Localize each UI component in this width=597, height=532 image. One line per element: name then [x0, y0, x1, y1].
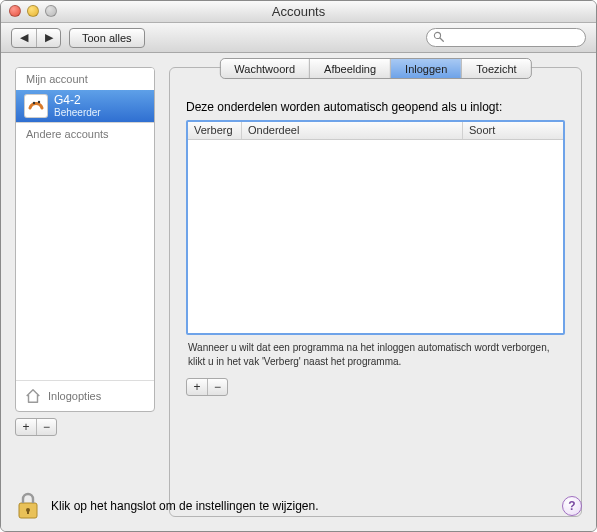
account-name: G4-2	[54, 94, 101, 107]
svg-rect-2	[26, 96, 46, 116]
col-hide[interactable]: Verberg	[188, 122, 242, 139]
table-body[interactable]	[188, 140, 563, 333]
account-avatar	[24, 94, 48, 118]
svg-line-1	[440, 38, 443, 41]
lock-icon[interactable]	[15, 491, 41, 521]
window-controls	[9, 5, 57, 17]
content-area: Mijn account G4-2 Beheerder Andere accou…	[1, 53, 596, 531]
remove-account-button[interactable]: −	[36, 419, 56, 435]
minimize-icon[interactable]	[27, 5, 39, 17]
search-input[interactable]	[448, 32, 579, 44]
login-items-hint: Wanneer u wilt dat een programma na het …	[188, 341, 563, 368]
account-text: G4-2 Beheerder	[54, 94, 101, 118]
back-button[interactable]: ◀	[12, 29, 36, 47]
footer: Klik op het hangslot om de instellingen …	[15, 491, 582, 521]
forward-button[interactable]: ▶	[36, 29, 60, 47]
accounts-list: Mijn account G4-2 Beheerder Andere accou…	[15, 67, 155, 412]
col-item[interactable]: Onderdeel	[242, 122, 463, 139]
login-options-row[interactable]: Inlogopties	[16, 380, 154, 411]
window-title: Accounts	[1, 4, 596, 19]
remove-login-item-button[interactable]: −	[207, 379, 227, 395]
svg-point-4	[38, 101, 40, 103]
accounts-add-remove: + −	[15, 418, 57, 436]
account-row-selected[interactable]: G4-2 Beheerder	[16, 90, 154, 122]
tab-picture[interactable]: Afbeelding	[309, 59, 390, 78]
search-icon	[433, 31, 444, 44]
group-my-account: Mijn account	[16, 68, 154, 90]
home-icon	[24, 387, 42, 405]
login-options-label: Inlogopties	[48, 390, 101, 402]
sidebar: Mijn account G4-2 Beheerder Andere accou…	[15, 67, 155, 517]
tab-parental[interactable]: Toezicht	[461, 59, 530, 78]
account-role: Beheerder	[54, 107, 101, 118]
search-field[interactable]	[426, 28, 586, 47]
nav-back-forward: ◀ ▶	[11, 28, 61, 48]
show-all-button[interactable]: Toon alles	[69, 28, 145, 48]
table-header: Verberg Onderdeel Soort	[188, 122, 563, 140]
tab-password[interactable]: Wachtwoord	[220, 59, 309, 78]
add-login-item-button[interactable]: +	[187, 379, 207, 395]
lock-message: Klik op het hangslot om de instellingen …	[51, 499, 319, 513]
login-items-add-remove: + −	[186, 378, 228, 396]
svg-point-0	[434, 32, 440, 38]
login-items-table[interactable]: Verberg Onderdeel Soort	[186, 120, 565, 335]
col-kind[interactable]: Soort	[463, 122, 563, 139]
svg-rect-7	[27, 510, 29, 514]
toolbar: ◀ ▶ Toon alles	[1, 23, 596, 53]
login-items-intro: Deze onderdelen worden automatisch geope…	[186, 100, 565, 114]
svg-point-3	[33, 102, 35, 104]
zoom-icon[interactable]	[45, 5, 57, 17]
group-other-accounts: Andere accounts	[16, 123, 154, 145]
tabs: Wachtwoord Afbeelding Inloggen Toezicht	[219, 58, 531, 79]
close-icon[interactable]	[9, 5, 21, 17]
detail-pane: Wachtwoord Afbeelding Inloggen Toezicht …	[169, 67, 582, 517]
tab-login[interactable]: Inloggen	[390, 59, 461, 78]
add-account-button[interactable]: +	[16, 419, 36, 435]
titlebar: Accounts	[1, 1, 596, 23]
help-button[interactable]: ?	[562, 496, 582, 516]
window: Accounts ◀ ▶ Toon alles Mijn account	[0, 0, 597, 532]
